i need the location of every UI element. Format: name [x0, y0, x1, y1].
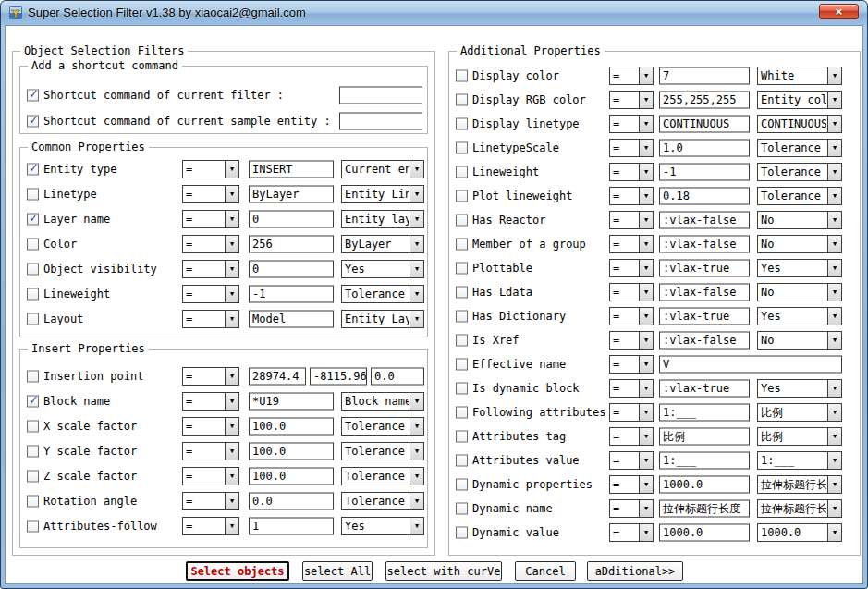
operator-dropdown[interactable]: =▼	[609, 427, 654, 446]
operator-dropdown[interactable]: =▼	[609, 523, 654, 542]
operator-dropdown[interactable]: =▼	[182, 285, 239, 303]
mode-dropdown[interactable]: White▼	[757, 67, 842, 85]
checkbox-layer-name[interactable]: ✓	[27, 213, 39, 225]
value-input[interactable]: 1	[249, 517, 334, 534]
operator-dropdown[interactable]: =▼	[182, 367, 239, 386]
operator-dropdown[interactable]: =▼	[609, 91, 654, 109]
checkbox-has-dictionary[interactable]	[456, 311, 468, 323]
value-input[interactable]: :vlax-false	[659, 236, 750, 253]
checkbox-linetype[interactable]	[27, 188, 39, 200]
checkbox-layout[interactable]	[27, 313, 39, 325]
value-input[interactable]: :vlax-true	[659, 380, 750, 398]
value-input[interactable]: INSERT	[249, 160, 334, 178]
operator-dropdown[interactable]: =▼	[182, 210, 239, 228]
mode-dropdown[interactable]: Entity laye▼	[341, 210, 424, 228]
value-input[interactable]: 255,255,255	[659, 92, 750, 109]
operator-dropdown[interactable]: =▼	[609, 355, 654, 374]
mode-dropdown[interactable]: Yes▼	[757, 259, 842, 277]
cancel-button[interactable]: Cancel	[515, 561, 576, 581]
checkbox-is-dynamic-block[interactable]	[456, 383, 468, 395]
operator-dropdown[interactable]: =▼	[609, 307, 654, 325]
value-input-y[interactable]: -8115.96	[310, 367, 367, 385]
mode-dropdown[interactable]: No▼	[757, 331, 842, 350]
operator-dropdown[interactable]: =▼	[609, 475, 654, 494]
value-input-x[interactable]: 28974.4	[249, 367, 306, 385]
operator-dropdown[interactable]: =▼	[182, 310, 239, 328]
operator-dropdown[interactable]: =▼	[182, 467, 239, 485]
checkbox-object-visibility[interactable]	[27, 263, 39, 275]
mode-dropdown[interactable]: 比例▼	[757, 427, 842, 446]
operator-dropdown[interactable]: =▼	[182, 392, 239, 411]
value-input[interactable]: CONTINUOUS	[659, 116, 750, 133]
checkbox-shortcut-command-of-current-sample-entity[interactable]: ✓	[27, 116, 39, 128]
additional-toggle-button[interactable]: aDditional>>	[587, 561, 683, 581]
value-input[interactable]: 256	[249, 235, 334, 252]
operator-dropdown[interactable]: =▼	[182, 260, 239, 278]
operator-dropdown[interactable]: =▼	[609, 163, 654, 181]
select-all-button[interactable]: select All	[302, 561, 373, 581]
select-with-curve-button[interactable]: select with curVe	[385, 561, 502, 581]
operator-dropdown[interactable]: =▼	[609, 331, 654, 350]
mode-dropdown[interactable]: Yes▼	[341, 260, 424, 278]
value-input[interactable]: ByLayer	[249, 185, 334, 202]
checkbox-y-scale-factor[interactable]	[27, 445, 39, 457]
checkbox-attributes-value[interactable]	[456, 455, 468, 467]
checkbox-following-attributes[interactable]	[456, 407, 468, 419]
mode-dropdown[interactable]: No▼	[757, 211, 842, 229]
mode-dropdown[interactable]: Yes▼	[757, 379, 842, 398]
titlebar[interactable]: Super Selection Filter v1.38 by xiaocai2…	[1, 1, 867, 25]
mode-dropdown[interactable]: 拉伸标题行长▼	[757, 475, 842, 494]
operator-dropdown[interactable]: =▼	[182, 185, 239, 203]
checkbox-member-of-a-group[interactable]	[456, 239, 468, 251]
mode-dropdown[interactable]: Entity Line▼	[341, 185, 424, 203]
operator-dropdown[interactable]: =▼	[182, 235, 239, 253]
operator-dropdown[interactable]: =▼	[609, 139, 654, 157]
operator-dropdown[interactable]: =▼	[609, 499, 654, 518]
operator-dropdown[interactable]: =▼	[182, 160, 239, 178]
value-input[interactable]: :vlax-false	[659, 284, 750, 301]
operator-dropdown[interactable]: =▼	[609, 187, 654, 205]
mode-dropdown[interactable]: Yes▼	[757, 307, 842, 325]
checkbox-dynamic-value[interactable]	[456, 527, 468, 539]
mode-dropdown[interactable]: Tolerance▼	[341, 442, 424, 460]
value-input[interactable]: 100.0	[249, 467, 334, 485]
mode-dropdown[interactable]: ByLayer▼	[341, 235, 424, 253]
operator-dropdown[interactable]: =▼	[182, 442, 239, 460]
checkbox-lineweight[interactable]	[27, 288, 39, 300]
operator-dropdown[interactable]: =▼	[182, 417, 239, 436]
checkbox-color[interactable]	[27, 238, 39, 250]
close-button[interactable]: ×	[819, 4, 859, 19]
value-input[interactable]	[339, 113, 422, 130]
value-input[interactable]: 1.0	[659, 140, 750, 157]
checkbox-insertion-point[interactable]	[27, 370, 39, 382]
checkbox-is-xref[interactable]	[456, 335, 468, 347]
select-objects-button[interactable]: Select objects	[186, 561, 289, 581]
checkbox-shortcut-command-of-current-filter[interactable]: ✓	[27, 90, 39, 102]
checkbox-display-color[interactable]	[456, 70, 468, 82]
mode-dropdown[interactable]: 1:___▼	[757, 451, 842, 470]
mode-dropdown[interactable]: Entity colo▼	[757, 91, 842, 109]
checkbox-rotation-angle[interactable]	[27, 495, 39, 507]
value-input[interactable]: 100.0	[249, 442, 334, 460]
checkbox-x-scale-factor[interactable]	[27, 420, 39, 432]
mode-dropdown[interactable]: Tolerance▼	[341, 285, 424, 303]
mode-dropdown[interactable]: Block name▼	[341, 392, 424, 411]
checkbox-plot-lineweight[interactable]	[456, 190, 468, 202]
operator-dropdown[interactable]: =▼	[609, 403, 654, 422]
value-input[interactable]: -1	[249, 285, 334, 302]
value-input[interactable]: 0	[249, 210, 334, 227]
checkbox-plottable[interactable]	[456, 263, 468, 275]
checkbox-z-scale-factor[interactable]	[27, 470, 39, 482]
mode-dropdown[interactable]: Yes▼	[341, 517, 424, 535]
value-input[interactable]	[339, 87, 422, 104]
operator-dropdown[interactable]: =▼	[609, 259, 654, 277]
value-input[interactable]: *U19	[249, 392, 334, 410]
value-input-z[interactable]: 0.0	[371, 367, 424, 385]
value-input[interactable]: 1:___	[659, 452, 750, 470]
value-input[interactable]: 1000.0	[659, 524, 750, 542]
mode-dropdown[interactable]: No▼	[757, 283, 842, 301]
checkbox-dynamic-properties[interactable]	[456, 479, 468, 491]
value-input[interactable]: :vlax-true	[659, 308, 750, 325]
operator-dropdown[interactable]: =▼	[182, 517, 239, 535]
mode-dropdown[interactable]: Tolerance▼	[757, 163, 842, 181]
